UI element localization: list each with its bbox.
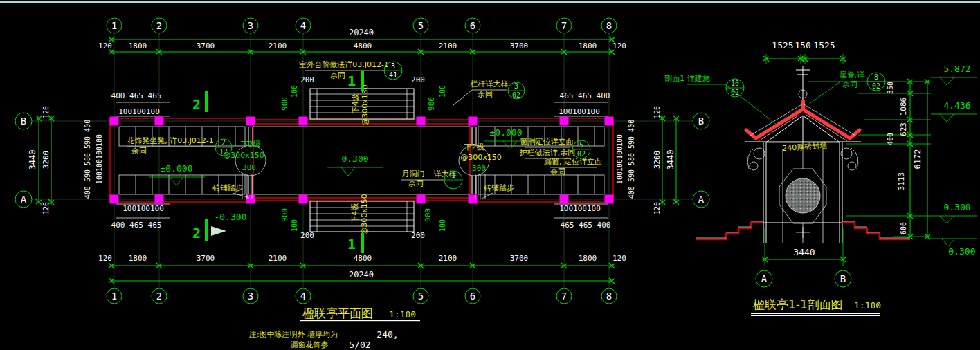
section-right-dims: 350 1086 623 400 3113 600 6172 <box>808 79 931 239</box>
svg-text:3700: 3700 <box>510 254 529 263</box>
svg-text:0.300: 0.300 <box>341 154 368 164</box>
svg-text:20240: 20240 <box>349 28 374 37</box>
svg-text:4: 4 <box>300 291 306 302</box>
svg-text:±0.000: ±0.000 <box>490 127 523 138</box>
grid-row-a-left: A <box>21 194 27 205</box>
plan-dims-top: 20240 120 1800 3700 2100 4800 2100 3700 … <box>98 28 626 55</box>
svg-text:100: 100 <box>291 85 298 98</box>
svg-text:100: 100 <box>291 219 298 232</box>
grid-col-5: 5 <box>418 20 424 31</box>
svg-text:余同: 余同 <box>408 179 424 188</box>
svg-text:砖铺踏步: 砖铺踏步 <box>484 183 514 192</box>
section-title-block: 楹联亭1-1剖面图 1:100 <box>751 297 881 316</box>
svg-text:窗洞定位详立面: 窗洞定位详立面 <box>520 137 574 146</box>
svg-text:5: 5 <box>418 291 424 302</box>
section-bottom-dims: 3440 A B <box>756 228 851 287</box>
svg-text:3113: 3113 <box>897 172 906 191</box>
svg-text:砖铺踏步: 砖铺踏步 <box>212 183 243 192</box>
svg-text:02: 02 <box>731 89 739 96</box>
svg-text:屋脊,详: 屋脊,详 <box>840 71 865 80</box>
svg-text:3: 3 <box>248 291 253 302</box>
svg-text:2: 2 <box>221 139 226 147</box>
svg-text:150: 150 <box>795 40 810 50</box>
plan-scale: 1:100 <box>389 309 416 320</box>
svg-text:栏杆详大样: 栏杆详大样 <box>470 80 509 89</box>
plan-dims-bottom: 120 1800 3700 2100 4800 2100 3700 1800 1… <box>98 254 626 284</box>
svg-text:200: 200 <box>411 75 425 84</box>
svg-text:10: 10 <box>731 80 739 87</box>
svg-text:100100100: 100100100 <box>559 107 600 116</box>
svg-text:465 465 400: 465 465 400 <box>561 221 611 230</box>
svg-text:5: 5 <box>579 141 583 149</box>
svg-text:下4级: 下4级 <box>350 203 359 223</box>
section-ridge-label: 屋脊,详 余同 8 02 <box>808 71 885 104</box>
svg-text:3440: 3440 <box>793 247 815 257</box>
svg-text:240,: 240, <box>376 329 398 340</box>
svg-text:200: 200 <box>411 231 425 240</box>
svg-text:2100: 2100 <box>269 254 287 263</box>
svg-text:余同: 余同 <box>478 90 493 99</box>
svg-text:400 465 465: 400 465 465 <box>111 221 162 230</box>
grid-col-6: 6 <box>470 20 475 31</box>
plan-section-marker-1-top: 1 <box>347 71 364 91</box>
svg-text:剖面1 详建施: 剖面1 详建施 <box>664 74 710 83</box>
svg-text:1800: 1800 <box>129 42 147 50</box>
svg-text:4800: 4800 <box>354 254 372 263</box>
svg-text:花饰凳坐凳, 详03.J012-1: 花饰凳坐凳, 详03.J012-1 <box>127 136 214 145</box>
svg-text:41: 41 <box>389 71 397 79</box>
section-title: 楹联亭1-1剖面图 <box>753 297 843 311</box>
svg-text:1800: 1800 <box>579 42 597 50</box>
svg-text:2: 2 <box>192 225 201 241</box>
grid-col-1: 1 <box>111 20 117 31</box>
svg-text:8: 8 <box>606 291 612 302</box>
svg-text:02: 02 <box>872 82 880 90</box>
svg-text:下2级: 下2级 <box>241 140 261 149</box>
svg-text:3: 3 <box>391 62 395 70</box>
svg-text:下4级: 下4级 <box>351 94 360 114</box>
svg-text:100100100: 100100100 <box>122 204 164 213</box>
svg-text:3: 3 <box>514 82 518 90</box>
svg-text:漏窗, 定位详立面: 漏窗, 定位详立面 <box>544 157 602 166</box>
svg-text:100100100100: 100100100100 <box>96 134 103 184</box>
svg-text:400 590 580 590 400: 400 590 580 590 400 <box>628 120 635 199</box>
svg-text:3700: 3700 <box>197 42 215 50</box>
svg-text:3200: 3200 <box>42 151 51 169</box>
svg-text:4.436: 4.436 <box>943 100 970 111</box>
svg-text:5/02: 5/02 <box>349 340 370 350</box>
grid-row-b-left: B <box>21 116 26 127</box>
svg-text:余同: 余同 <box>550 167 565 176</box>
svg-text:1525: 1525 <box>813 40 835 50</box>
svg-text:2100: 2100 <box>269 42 287 50</box>
svg-text:300: 300 <box>242 163 256 172</box>
svg-text:1800: 1800 <box>129 254 147 263</box>
svg-text:350: 350 <box>887 82 894 94</box>
svg-text:6172: 6172 <box>913 149 923 169</box>
section-grid-a: A <box>761 273 768 284</box>
svg-text:100100100: 100100100 <box>118 107 160 116</box>
svg-text:4800: 4800 <box>354 42 372 50</box>
section-level-marks: 5.872 4.436 0.300 -0.300 <box>927 64 977 257</box>
svg-text:100: 100 <box>439 219 446 232</box>
section-scale: 1:100 <box>854 300 881 311</box>
svg-text:120: 120 <box>612 42 626 50</box>
grid-row-a-right: A <box>698 194 705 205</box>
svg-text:623: 623 <box>899 122 908 136</box>
moon-window-lattice <box>786 178 820 213</box>
plan-annotation-moon-gate: 月洞门 详大样 余同 1 <box>401 169 462 189</box>
svg-text:@300x150: @300x150 <box>460 153 502 162</box>
svg-text:3440: 3440 <box>666 150 675 170</box>
svg-text:100: 100 <box>439 85 446 98</box>
plan-annotation-brick-steps-left: 砖铺踏步 <box>212 183 249 198</box>
svg-text:100100100100: 100100100100 <box>616 134 624 184</box>
grid-row-b-right: B <box>698 116 704 127</box>
grid-col-4: 4 <box>300 20 306 31</box>
svg-text:@300x150: @300x150 <box>360 194 369 235</box>
svg-text:漏窗花饰参: 漏窗花饰参 <box>291 340 329 349</box>
svg-text:120: 120 <box>98 254 112 263</box>
svg-text:120: 120 <box>98 42 112 50</box>
wall-thickness-label: 240厚砖封墙 <box>782 141 828 154</box>
svg-text:120: 120 <box>612 254 626 263</box>
svg-text:20240: 20240 <box>349 270 374 279</box>
svg-text:-0.300: -0.300 <box>215 212 247 222</box>
svg-text:月洞门: 月洞门 <box>402 169 425 178</box>
